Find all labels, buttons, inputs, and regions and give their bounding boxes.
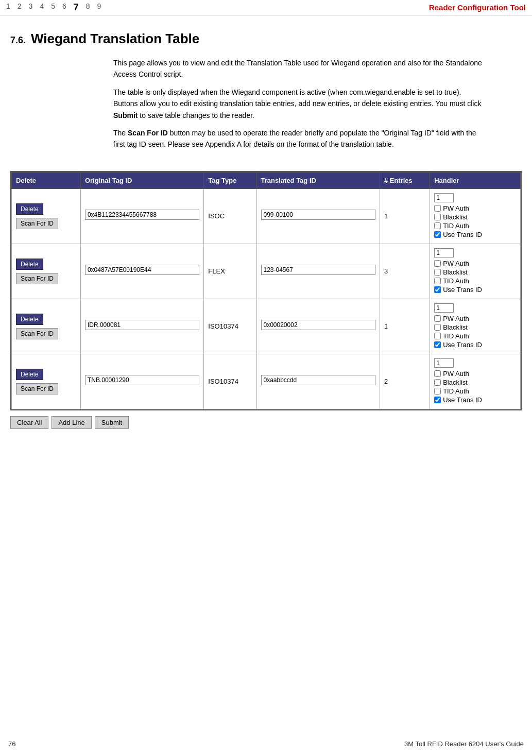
delete-button-0[interactable]: Delete	[16, 203, 43, 215]
handler-tid_auth-row-1: TID Auth	[434, 277, 516, 285]
handler-use_trans_id-checkbox-2[interactable]	[434, 341, 441, 348]
original-tag-id-input-1[interactable]	[85, 265, 199, 275]
page-footer: 76 3M Toll RFID Reader 6204 User's Guide	[8, 740, 524, 748]
delete-button-1[interactable]: Delete	[16, 259, 43, 270]
handler-tid_auth-label-1: TID Auth	[443, 277, 469, 285]
col-header-handler: Handler	[430, 172, 521, 188]
section-title: Wiegand Translation Table	[31, 31, 199, 47]
handler-tid_auth-label-3: TID Auth	[443, 387, 469, 395]
original-tag-id-input-2[interactable]	[85, 320, 199, 330]
handler-blacklist-checkbox-2[interactable]	[434, 324, 441, 331]
handler-tid_auth-checkbox-2[interactable]	[434, 333, 441, 339]
chapter-1[interactable]: 1	[6, 2, 10, 13]
delete-cell-3: DeleteScan For ID	[12, 354, 81, 409]
original-tag-id-input-3[interactable]	[85, 375, 199, 385]
chapter-4[interactable]: 4	[40, 2, 44, 13]
translated-tag-id-input-2[interactable]	[261, 320, 375, 330]
handler-value-input-2[interactable]	[434, 303, 454, 313]
wiegand-table: Delete Original Tag ID Tag Type Translat…	[11, 172, 521, 409]
handler-cell-0: PW AuthBlacklistTID AuthUse Trans ID	[430, 188, 521, 244]
handler-cell-3: PW AuthBlacklistTID AuthUse Trans ID	[430, 354, 521, 409]
doc-title: 3M Toll RFID Reader 6204 User's Guide	[404, 740, 524, 748]
handler-use_trans_id-checkbox-1[interactable]	[434, 286, 441, 293]
chapter-6[interactable]: 6	[62, 2, 66, 13]
table-row: DeleteScan For IDISO103741PW AuthBlackli…	[12, 299, 521, 354]
translated-tag-id-input-3[interactable]	[261, 375, 375, 385]
handler-tid_auth-label-2: TID Auth	[443, 332, 469, 340]
table-header-row: Delete Original Tag ID Tag Type Translat…	[12, 172, 521, 188]
translated-tag-id-input-1[interactable]	[261, 265, 375, 275]
handler-value-input-0[interactable]	[434, 193, 454, 202]
scan-for-id-button-2[interactable]: Scan For ID	[16, 328, 58, 339]
handler-blacklist-label-2: Blacklist	[443, 323, 468, 331]
delete-button-2[interactable]: Delete	[16, 314, 43, 325]
table-row: DeleteScan For IDISOC1PW AuthBlacklistTI…	[12, 188, 521, 244]
bottom-buttons: Clear All Add Line Submit	[10, 416, 522, 429]
add-line-button[interactable]: Add Line	[52, 416, 91, 429]
handler-pw_auth-checkbox-0[interactable]	[434, 205, 441, 212]
chapter-2[interactable]: 2	[18, 2, 22, 13]
chapter-3[interactable]: 3	[29, 2, 33, 13]
num-entries-cell-3: 2	[380, 354, 430, 409]
translated-tag-id-input-0[interactable]	[261, 210, 375, 220]
section-number: 7.6.	[10, 35, 26, 46]
handler-pw_auth-checkbox-3[interactable]	[434, 370, 441, 377]
handler-pw_auth-row-2: PW Auth	[434, 315, 516, 322]
handler-tid_auth-row-2: TID Auth	[434, 332, 516, 340]
handler-use_trans_id-row-2: Use Trans ID	[434, 341, 516, 349]
table-row: DeleteScan For IDISO103742PW AuthBlackli…	[12, 354, 521, 409]
handler-cell-2: PW AuthBlacklistTID AuthUse Trans ID	[430, 299, 521, 354]
scan-for-id-button-3[interactable]: Scan For ID	[16, 383, 58, 394]
num-entries-cell-0: 1	[380, 188, 430, 244]
handler-cell-1: PW AuthBlacklistTID AuthUse Trans ID	[430, 244, 521, 299]
handler-pw_auth-row-0: PW Auth	[434, 204, 516, 212]
tag-type-cell-2: ISO10374	[204, 299, 256, 354]
desc-scan-bold: Scan For ID	[128, 129, 168, 137]
desc-paragraph-2: The table is only displayed when the Wie…	[113, 87, 484, 121]
chapter-8[interactable]: 8	[86, 2, 90, 13]
chapter-numbers[interactable]: 1 2 3 4 5 6 7 8 9	[6, 2, 101, 13]
handler-tid_auth-checkbox-1[interactable]	[434, 278, 441, 284]
col-header-delete: Delete	[12, 172, 81, 188]
desc-paragraph-1: This page allows you to view and edit th…	[113, 57, 484, 80]
submit-button[interactable]: Submit	[95, 416, 129, 429]
handler-use_trans_id-label-1: Use Trans ID	[443, 286, 482, 294]
num-entries-cell-1: 3	[380, 244, 430, 299]
clear-all-button[interactable]: Clear All	[10, 416, 48, 429]
handler-use_trans_id-checkbox-3[interactable]	[434, 397, 441, 403]
translated-tag-id-cell-1	[256, 244, 380, 299]
translated-tag-id-cell-2	[256, 299, 380, 354]
handler-blacklist-row-2: Blacklist	[434, 323, 516, 331]
section-description: This page allows you to view and edit th…	[113, 57, 484, 150]
handler-blacklist-label-0: Blacklist	[443, 213, 468, 221]
desc-submit-bold: Submit	[113, 111, 138, 119]
handler-use_trans_id-checkbox-0[interactable]	[434, 231, 441, 238]
original-tag-id-cell-3	[80, 354, 203, 409]
top-navigation: 1 2 3 4 5 6 7 8 9 Reader Configuration T…	[0, 0, 532, 15]
chapter-9[interactable]: 9	[97, 2, 101, 13]
delete-button-3[interactable]: Delete	[16, 369, 43, 380]
handler-blacklist-checkbox-0[interactable]	[434, 214, 441, 220]
chapter-7[interactable]: 7	[74, 2, 79, 13]
handler-pw_auth-row-1: PW Auth	[434, 260, 516, 267]
handler-tid_auth-checkbox-0[interactable]	[434, 222, 441, 229]
handler-blacklist-label-3: Blacklist	[443, 379, 468, 386]
col-header-num-entries: # Entries	[380, 172, 430, 188]
original-tag-id-input-0[interactable]	[85, 210, 199, 220]
handler-value-input-3[interactable]	[434, 358, 454, 368]
col-header-translated-tag-id: Translated Tag ID	[256, 172, 380, 188]
delete-cell-1: DeleteScan For ID	[12, 244, 81, 299]
handler-tid_auth-checkbox-3[interactable]	[434, 388, 441, 394]
scan-for-id-button-0[interactable]: Scan For ID	[16, 218, 58, 229]
handler-blacklist-checkbox-3[interactable]	[434, 379, 441, 386]
scan-for-id-button-1[interactable]: Scan For ID	[16, 273, 58, 284]
handler-tid_auth-row-0: TID Auth	[434, 222, 516, 230]
handler-pw_auth-checkbox-1[interactable]	[434, 260, 441, 267]
handler-value-input-1[interactable]	[434, 248, 454, 257]
handler-blacklist-row-1: Blacklist	[434, 268, 516, 276]
handler-pw_auth-checkbox-2[interactable]	[434, 315, 441, 322]
handler-pw_auth-label-1: PW Auth	[443, 260, 469, 267]
handler-blacklist-checkbox-1[interactable]	[434, 269, 441, 276]
chapter-5[interactable]: 5	[51, 2, 55, 13]
handler-use_trans_id-label-3: Use Trans ID	[443, 396, 482, 404]
